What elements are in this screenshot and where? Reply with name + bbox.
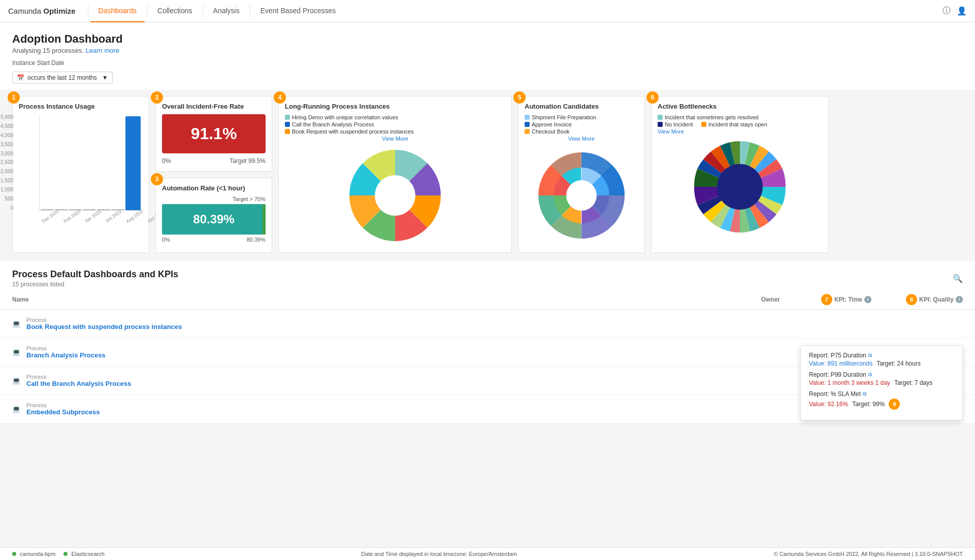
bottom-bar: camunda-bpm Elasticsearch Date and Time …: [0, 547, 975, 560]
table-row-1: 💻 Process Book Request with suspended pr…: [0, 310, 975, 338]
date-filter-row: 📅 occurs the last 12 months ▼: [12, 72, 963, 84]
table-header: Name Owner 7 KPI: Time i 8 KPI: Quality …: [0, 290, 975, 310]
x-axis-labels: Dec 2021 Feb 2022 Apr 2022 Jun 2022 Aug …: [19, 213, 143, 219]
popup-target-2: Target: 7 days: [894, 379, 932, 386]
section-search-area: 🔍: [953, 274, 963, 283]
kpi-time-info-icon[interactable]: i: [864, 296, 871, 303]
legend-label-3: Book Request with suspended process inst…: [292, 128, 414, 135]
nav-item-dashboards[interactable]: Dashboards: [90, 0, 145, 22]
popup-value-2: Value: 1 month 3 weeks 1 day: [809, 379, 890, 386]
legend-label-1: Hiring Demo with unique correlation valu…: [292, 114, 398, 120]
widget-badge-4: 4: [274, 91, 286, 104]
external-link-icon-1[interactable]: ⧉: [868, 352, 872, 358]
widget-grid: 1 Process Instance Usage 5,0004,5004,000…: [0, 90, 975, 261]
spacer: [0, 423, 975, 454]
external-link-icon-2[interactable]: ⧉: [868, 372, 872, 378]
nav-separator-4: [250, 5, 250, 17]
legend-item-1: Hiring Demo with unique correlation valu…: [285, 114, 505, 120]
filter-label: Instance Start Date: [12, 59, 64, 67]
svg-point-1: [566, 180, 597, 211]
auto-legend-item-1: Shipment File Preparation: [525, 114, 638, 120]
row-meta-4: Process Embedded Subprocess: [26, 402, 719, 416]
popup-value-row-2: Value: 1 month 3 weeks 1 day Target: 7 d…: [809, 379, 954, 386]
external-link-icon-3[interactable]: ⧉: [863, 391, 866, 397]
help-icon[interactable]: ⓘ: [942, 6, 951, 16]
view-more-link-6[interactable]: View More: [658, 128, 822, 135]
widget-title-1: Process Instance Usage: [19, 103, 143, 110]
row-name-1[interactable]: Book Request with suspended process inst…: [26, 323, 719, 331]
section-title-col: Process Default Dashboards and KPIs 15 p…: [12, 269, 178, 288]
row-type-1: Process: [26, 317, 719, 323]
automation-legend: Shipment File Preparation Approve Invoic…: [525, 114, 638, 142]
widget-badge-3: 3: [151, 173, 163, 185]
widget-automation-candidates: 5 Automation Candidates Shipment File Pr…: [518, 96, 645, 253]
view-more-link-4[interactable]: View More: [285, 136, 505, 142]
popup-value-row-1: Value: 891 milliseconds Target: 24 hours: [809, 360, 954, 367]
status-indicator-1: camunda-bpm: [12, 551, 55, 557]
date-filter-select[interactable]: 📅 occurs the last 12 months ▼: [12, 72, 113, 84]
legend-color-2: [285, 122, 290, 127]
nav-item-collections[interactable]: Collections: [149, 0, 200, 22]
widget-badge-6: 6: [646, 91, 659, 104]
widget-title-4: Long-Running Process Instances: [285, 103, 505, 110]
popup-badge-9: 9: [889, 399, 900, 410]
popup-report-3: Report: % SLA Met: [809, 390, 861, 398]
nav-item-analysis[interactable]: Analysis: [205, 0, 248, 22]
auto-legend-color-1: [525, 115, 530, 120]
popup-target-1: Target: 24 hours: [876, 360, 921, 367]
page-title: Adoption Dashboard: [12, 32, 963, 46]
view-more-link-5[interactable]: View More: [525, 136, 638, 142]
popup-row-3: Report: % SLA Met ⧉ Value: 92.16% Target…: [809, 390, 954, 410]
widget-long-running: 4 Long-Running Process Instances Hiring …: [278, 96, 512, 253]
bn-legend-color-1: [658, 115, 663, 120]
process-icon-1: 💻: [12, 320, 20, 327]
dashboard-subtitle: Analysing 15 processes. Learn more: [12, 47, 963, 54]
kpi-quality-badge: 8: [906, 294, 917, 305]
bn-legend-item-1: Incident that sometimes gets resolved: [658, 114, 822, 120]
bar-col-4: [83, 209, 96, 210]
status-dot-2: [63, 552, 68, 556]
automation-pie-svg: [531, 145, 632, 246]
bottom-right-text: © Camunda Services GmbH 2022, All Rights…: [774, 551, 963, 557]
bn-legend-item-2: No Incident Incident that stays open: [658, 121, 822, 127]
widget-process-instance-usage: 1 Process Instance Usage 5,0004,5004,000…: [12, 96, 149, 253]
col-header-kpi-quality: 8 KPI: Quality i: [871, 294, 963, 305]
user-icon[interactable]: 👤: [957, 6, 967, 16]
row-meta-3: Process Call the Branch Analysis Process: [26, 374, 719, 387]
row-name-4[interactable]: Embedded Subprocess: [26, 408, 719, 416]
auto-legend-label-3: Checkout Book: [532, 128, 570, 135]
nav-separator-2: [147, 5, 147, 17]
widget-title-3: Automation Rate (<1 hour): [162, 184, 266, 192]
nav-item-event-based[interactable]: Event Based Processes: [252, 0, 344, 22]
status-label-1: camunda-bpm: [20, 551, 55, 557]
row-name-2[interactable]: Branch Analysis Process: [26, 351, 719, 359]
legend-item-3: Book Request with suspended process inst…: [285, 128, 505, 135]
legend-label-2: Call the Branch Analysis Process: [292, 121, 374, 127]
bar-chart-inner: [39, 114, 143, 211]
kpi-quality-info-icon[interactable]: i: [956, 296, 963, 303]
automation-bar-fill: 80.39%: [162, 204, 266, 235]
search-icon[interactable]: 🔍: [953, 274, 963, 283]
row-name-3[interactable]: Call the Branch Analysis Process: [26, 380, 719, 387]
kpi-popup: Report: P75 Duration ⧉ Value: 891 millis…: [800, 345, 963, 420]
learn-more-link[interactable]: Learn more: [86, 47, 119, 54]
auto-legend-color-2: [525, 122, 530, 127]
bottlenecks-pie-svg: [684, 138, 796, 237]
svg-point-0: [375, 175, 415, 216]
nav-right: ⓘ 👤: [942, 6, 967, 16]
long-running-pie: [285, 145, 505, 246]
top-navigation: Camunda Optimize Dashboards Collections …: [0, 0, 975, 22]
auto-legend-label-1: Shipment File Preparation: [532, 114, 596, 120]
bottom-center-text: Date and Time displayed in local timezon…: [113, 551, 766, 557]
kpi-time-badge: 7: [821, 294, 832, 305]
row-meta-1: Process Book Request with suspended proc…: [26, 317, 719, 331]
main-scroll-area: Adoption Dashboard Analysing 15 processe…: [0, 22, 975, 560]
rate-min: 0%: [162, 157, 171, 164]
popup-target-3: Target: 99%: [852, 401, 885, 408]
bn-legend-color-3: [701, 122, 706, 127]
long-running-legend: Hiring Demo with unique correlation valu…: [285, 114, 505, 142]
process-icon-4: 💻: [12, 405, 20, 413]
auto-min: 0%: [162, 237, 170, 243]
popup-value-1: Value: 891 milliseconds: [809, 360, 872, 367]
widget-incident-free-rate: 2 Overall Incident-Free Rate 91.1% 0% Ta…: [155, 96, 272, 172]
